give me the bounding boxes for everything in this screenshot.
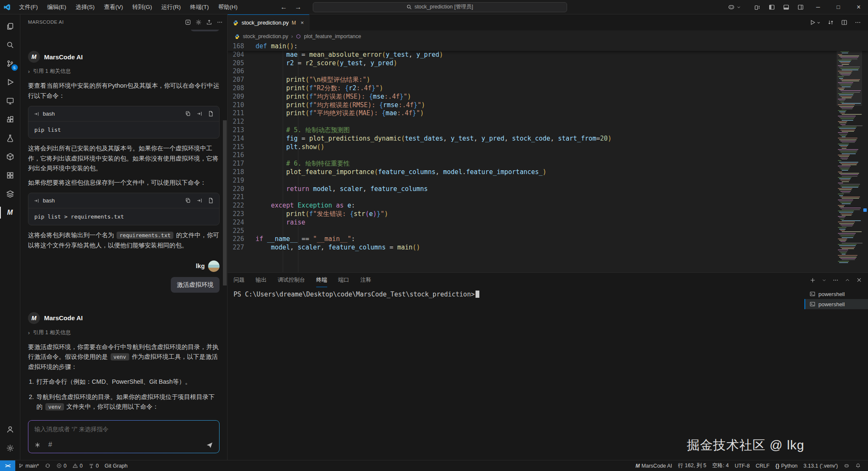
code-editor[interactable]: 168def main(): 204 mae = mean_absolute_e… (228, 42, 868, 272)
run-dropdown-icon[interactable] (817, 21, 821, 25)
run-python-icon[interactable] (809, 19, 816, 26)
code-line[interactable]: 219 (228, 177, 868, 185)
breadcrumb-symbol[interactable]: plot_feature_importance (304, 33, 361, 39)
breadcrumb-file[interactable]: stock_prediction.py (243, 33, 288, 39)
code-line[interactable]: 226if __name__ == "__main__": (228, 235, 868, 244)
panel-tab-端口[interactable]: 端口 (338, 273, 349, 287)
editor-scrollbar[interactable] (862, 42, 868, 272)
code-line[interactable]: 209 print(f"均方误差(MSE): {mse:.4f}") (228, 93, 868, 101)
terminal-instance[interactable]: powershell (804, 299, 868, 309)
panel-tab-问题[interactable]: 问题 (234, 273, 245, 287)
status-item[interactable]: 行 162, 列 5 (675, 460, 709, 471)
activity-item-extensions[interactable] (0, 110, 20, 129)
toggle-sidebar-icon[interactable] (765, 2, 778, 13)
context-hash-button[interactable]: # (48, 441, 52, 449)
code-line[interactable]: 204 mae = mean_absolute_error(y_test, y_… (228, 51, 868, 59)
minimap[interactable] (837, 42, 862, 272)
status-item[interactable]: 0 (53, 460, 70, 471)
code-line[interactable]: 207 print("\n模型评估结果:") (228, 76, 868, 84)
code-line[interactable]: 220 return model, scaler, feature_column… (228, 185, 868, 194)
code-line[interactable]: 225 (228, 227, 868, 236)
menu-item[interactable]: 转到(G) (128, 0, 157, 14)
new-terminal-icon[interactable] (810, 277, 816, 283)
menu-item[interactable]: 运行(R) (157, 0, 186, 14)
status-item[interactable] (841, 460, 852, 471)
more-icon[interactable] (217, 19, 223, 25)
settings-icon[interactable] (195, 19, 202, 25)
code-line[interactable]: 222 except Exception as e: (228, 202, 868, 210)
close-button[interactable]: × (849, 0, 868, 14)
new-file-icon[interactable] (208, 197, 214, 204)
close-panel-icon[interactable] (856, 277, 862, 283)
activity-item-run-debug[interactable] (0, 73, 20, 91)
code-line[interactable]: 213 # 5. 绘制动态预测图 (228, 126, 868, 135)
status-item[interactable]: 0 (70, 460, 86, 471)
panel-tab-输出[interactable]: 输出 (256, 273, 267, 287)
customize-layout-icon[interactable] (751, 2, 764, 13)
menu-item[interactable]: 文件(F) (14, 0, 42, 14)
terminal-output[interactable]: PS C:\Users\dreame\Desktop\code\MarsCode… (228, 287, 804, 460)
code-line[interactable]: 217 # 6. 绘制特征重要性 (228, 160, 868, 168)
code-line[interactable]: 224 raise (228, 219, 868, 227)
code-line[interactable]: 218 plot_feature_importance(feature_colu… (228, 168, 868, 177)
breadcrumb[interactable]: stock_prediction.py › plot_feature_impor… (228, 30, 868, 42)
activity-item-source-control[interactable]: 5 (0, 54, 20, 73)
chat-history[interactable]: vironment with the same packages. lkg pi… (20, 30, 227, 417)
activity-item-explorer[interactable] (0, 17, 20, 36)
status-item[interactable]: 0 (86, 460, 102, 471)
activity-item-search[interactable] (0, 36, 20, 54)
panel-tab-注释[interactable]: 注释 (360, 273, 371, 287)
new-file-icon[interactable] (208, 111, 214, 117)
code-line[interactable]: 206 (228, 67, 868, 76)
activity-item-marscode-ai[interactable]: M (0, 203, 20, 222)
status-item[interactable]: MMarsCode AI (633, 460, 675, 471)
code-line[interactable]: 216 (228, 151, 868, 160)
status-item[interactable]: 空格: 4 (709, 460, 732, 471)
reference-toggle[interactable]: › 引用 1 相关信息 (28, 68, 220, 75)
commands-sparkle-icon[interactable] (34, 442, 41, 448)
split-editor-icon[interactable] (841, 19, 848, 26)
send-icon[interactable] (206, 441, 213, 449)
status-item[interactable] (42, 460, 53, 471)
code-line[interactable]: 208 print(f"R2分数: {r2:.4f}") (228, 84, 868, 93)
status-item[interactable] (852, 460, 864, 471)
editor-more-icon[interactable] (854, 19, 861, 26)
account-button[interactable] (0, 420, 20, 439)
minimize-button[interactable]: ─ (809, 0, 827, 14)
copy-icon[interactable] (185, 111, 191, 117)
status-item[interactable]: UTF-8 (732, 460, 752, 471)
manage-button[interactable] (0, 439, 20, 457)
terminal-instance[interactable]: powershell (804, 289, 868, 299)
sticky-code-line[interactable]: 168def main(): (228, 42, 868, 51)
menu-item[interactable]: 编辑(E) (42, 0, 71, 14)
code-line[interactable]: 221 (228, 193, 868, 202)
menu-item[interactable]: 查看(V) (99, 0, 128, 14)
activity-item-apps[interactable] (0, 166, 20, 185)
activity-item-package[interactable] (0, 147, 20, 166)
status-item[interactable]: CRLF (753, 460, 773, 471)
code-line[interactable]: 211 print(f"平均绝对误差(MAE): {mae:.4f}") (228, 109, 868, 118)
nav-forward-icon[interactable]: → (295, 3, 302, 11)
reference-toggle[interactable]: › 引用 1 相关信息 (28, 329, 220, 336)
code-line[interactable]: 210 print(f"均方根误差(RMSE): {rmse:.4f}") (228, 101, 868, 110)
status-item[interactable]: Git Graph (102, 460, 131, 471)
maximize-panel-icon[interactable] (845, 277, 850, 283)
nav-back-icon[interactable]: ← (281, 3, 287, 11)
share-icon[interactable] (206, 19, 212, 25)
menu-item[interactable]: 选择(S) (71, 0, 99, 14)
panel-tab-终端[interactable]: 终端 (316, 273, 327, 287)
chat-input[interactable]: 输入消息或者 “/” 来选择指令 # (28, 421, 219, 453)
compare-changes-icon[interactable] (827, 19, 834, 26)
new-chat-icon[interactable] (185, 19, 191, 25)
status-item[interactable]: main* (15, 460, 42, 471)
toggle-secondary-sidebar-icon[interactable] (794, 2, 807, 13)
tab-stock-prediction[interactable]: stock_prediction.py M × (228, 14, 309, 30)
panel-more-icon[interactable] (832, 277, 839, 283)
sticky-scroll-line[interactable]: 168def main(): (228, 42, 868, 51)
activity-item-layers[interactable] (0, 185, 20, 203)
activity-item-remote-explorer[interactable] (0, 91, 20, 110)
code-line[interactable]: 215 plt.show() (228, 143, 868, 152)
insert-at-cursor-icon[interactable] (196, 111, 203, 117)
code-line[interactable]: 212 (228, 118, 868, 126)
tab-close-icon[interactable]: × (300, 19, 304, 26)
